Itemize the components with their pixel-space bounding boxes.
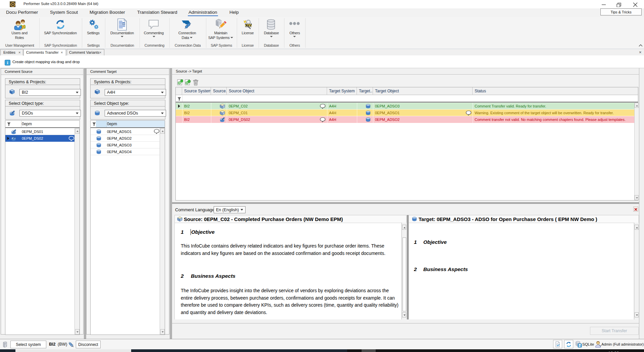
svg-text:i: i bbox=[7, 60, 8, 65]
